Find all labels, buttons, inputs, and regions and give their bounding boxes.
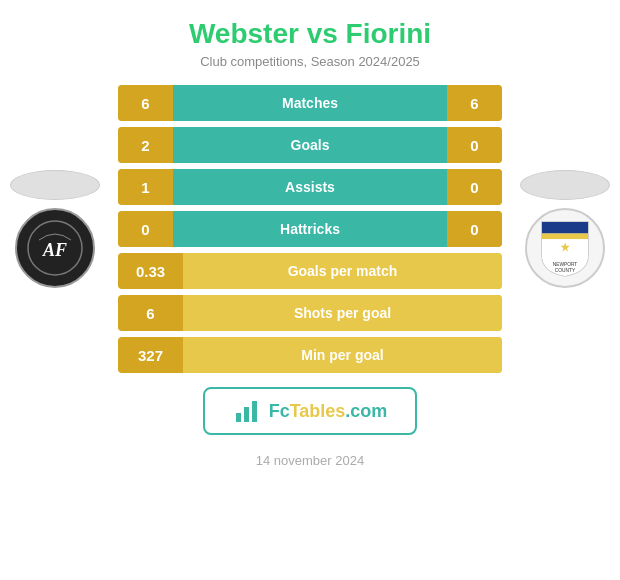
footer-date: 14 november 2024 bbox=[256, 453, 364, 468]
stat-left-value: 6 bbox=[118, 295, 183, 331]
stat-row: 2Goals0 bbox=[118, 127, 502, 163]
stat-label: Matches bbox=[173, 85, 447, 121]
stats-area: 6Matches62Goals01Assists00Hattricks00.33… bbox=[110, 85, 510, 373]
subtitle: Club competitions, Season 2024/2025 bbox=[189, 54, 431, 69]
stat-right-value: 0 bbox=[447, 169, 502, 205]
stat-row: 0Hattricks0 bbox=[118, 211, 502, 247]
stat-label: Goals bbox=[173, 127, 447, 163]
stat-row: 6Matches6 bbox=[118, 85, 502, 121]
right-team-ellipse bbox=[520, 170, 610, 200]
left-team-ellipse bbox=[10, 170, 100, 200]
svg-rect-5 bbox=[236, 413, 241, 422]
watermark-text: FcTables.com bbox=[269, 401, 388, 422]
svg-text:COUNTY: COUNTY bbox=[555, 268, 576, 273]
stat-row: 1Assists0 bbox=[118, 169, 502, 205]
svg-rect-7 bbox=[252, 401, 257, 422]
watermark-box: FcTables.com bbox=[203, 387, 418, 435]
stat-row: 327Min per goal bbox=[118, 337, 502, 373]
stat-right-value: 6 bbox=[447, 85, 502, 121]
svg-text:NEWPORT: NEWPORT bbox=[553, 262, 578, 267]
left-logo-svg: AF bbox=[27, 220, 83, 276]
left-team-logo: AF bbox=[15, 208, 95, 288]
stat-label: Shots per goal bbox=[183, 295, 502, 331]
stat-left-value: 2 bbox=[118, 127, 173, 163]
main-content: AF 6Matches62Goals01Assists00Hattricks00… bbox=[0, 85, 620, 373]
watermark-icon bbox=[233, 397, 261, 425]
stat-label: Min per goal bbox=[183, 337, 502, 373]
stat-label: Hattricks bbox=[173, 211, 447, 247]
svg-rect-6 bbox=[244, 407, 249, 422]
svg-text:AF: AF bbox=[42, 240, 67, 260]
page-title: Webster vs Fiorini bbox=[189, 18, 431, 50]
stat-right-value: 0 bbox=[447, 127, 502, 163]
stat-left-value: 327 bbox=[118, 337, 183, 373]
watermark-area: FcTables.com 14 november 2024 bbox=[203, 387, 418, 468]
stat-left-value: 0 bbox=[118, 211, 173, 247]
stat-label: Goals per match bbox=[183, 253, 502, 289]
right-team: NEWPORT COUNTY bbox=[510, 170, 620, 288]
stat-right-value: 0 bbox=[447, 211, 502, 247]
left-team: AF bbox=[0, 170, 110, 288]
right-logo-svg: NEWPORT COUNTY bbox=[537, 218, 593, 278]
stat-label: Assists bbox=[173, 169, 447, 205]
stat-left-value: 6 bbox=[118, 85, 173, 121]
right-team-logo: NEWPORT COUNTY bbox=[525, 208, 605, 288]
stat-left-value: 1 bbox=[118, 169, 173, 205]
stat-left-value: 0.33 bbox=[118, 253, 183, 289]
header: Webster vs Fiorini Club competitions, Se… bbox=[189, 0, 431, 75]
stat-row: 6Shots per goal bbox=[118, 295, 502, 331]
stat-row: 0.33Goals per match bbox=[118, 253, 502, 289]
